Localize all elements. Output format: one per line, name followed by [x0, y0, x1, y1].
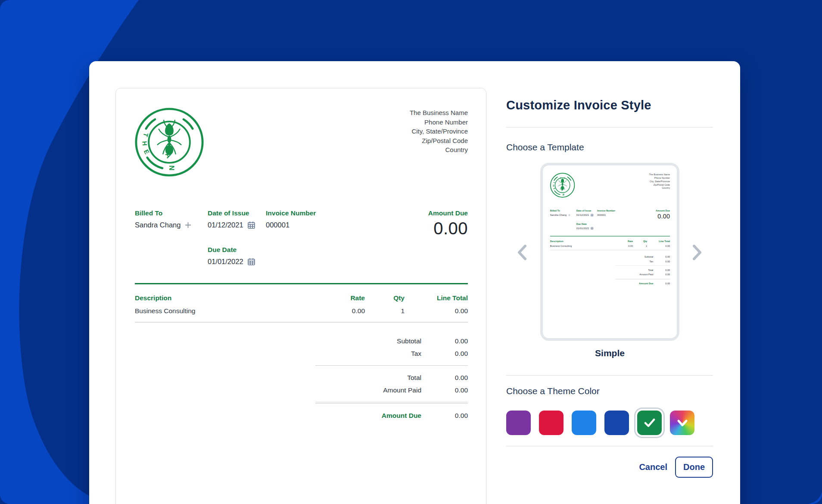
chevron-left-icon[interactable]: [516, 243, 529, 261]
billed-to-value[interactable]: Sandra Chang: [550, 214, 567, 217]
choose-template-heading: Choose a Template: [506, 142, 584, 152]
tax-row: Tax 0.00: [315, 347, 468, 360]
due-date-value[interactable]: 01/01/2022: [208, 258, 243, 266]
header-description: Description: [550, 240, 617, 243]
business-zip: Zip/Postal Code: [410, 136, 468, 146]
invoice-number-label: Invoice Number: [597, 209, 615, 212]
invoice-sheet: A N T A G E N C Y T H E: [543, 166, 677, 336]
done-button[interactable]: Done: [675, 457, 713, 478]
subtotal-label: Subtotal: [315, 335, 421, 347]
invoice-number-field: Invoice Number 000001: [597, 209, 615, 217]
amount-due-total-value: 0.00: [421, 409, 468, 422]
total-value: 0.00: [653, 268, 670, 272]
amount-paid-label: Amount Paid: [615, 272, 654, 277]
invoice-number-value[interactable]: 000001: [597, 214, 606, 217]
calendar-icon[interactable]: [247, 258, 255, 266]
header-description: Description: [135, 294, 322, 302]
amount-paid-label: Amount Paid: [315, 384, 421, 396]
invoice-number-label: Invoice Number: [266, 209, 316, 217]
business-city: City, State/Province: [649, 180, 670, 183]
subtotal-value: 0.00: [653, 255, 670, 259]
template-name: Simple: [540, 348, 679, 358]
calendar-icon[interactable]: [247, 221, 255, 229]
business-name: The Business Name: [649, 173, 670, 177]
logo-text-ant: A N T: [164, 151, 176, 178]
divider: [506, 446, 713, 446]
business-country: Country: [410, 145, 468, 155]
panel-title: Customize Invoice Style: [506, 98, 651, 112]
totals-block: Subtotal 0.00 Tax 0.00 Total 0.00 Amount…: [615, 255, 670, 286]
row-description: Business Consulting: [135, 307, 322, 315]
business-info: The Business Name Phone Number City, Sta…: [410, 108, 468, 155]
calendar-icon[interactable]: [591, 227, 594, 230]
row-qty: 1: [365, 307, 405, 315]
business-zip: Zip/Postal Code: [649, 183, 670, 187]
customize-panel: Customize Invoice Style Choose a Templat…: [506, 61, 713, 504]
row-description: Business Consulting: [550, 245, 617, 247]
business-city: City, State/Province: [410, 127, 468, 136]
swatch-red[interactable]: [539, 411, 564, 435]
row-qty: 1: [633, 245, 647, 247]
billed-to-value[interactable]: Sandra Chang: [135, 221, 181, 229]
theme-color-swatches: [506, 411, 694, 435]
due-date-field: Due Date 01/01/2022: [208, 246, 255, 266]
amount-due-row: Amount Due 0.00: [615, 281, 670, 286]
invoice-number-value[interactable]: 000001: [266, 221, 290, 229]
header-line-total: Line Total: [647, 240, 670, 243]
ant-agency-logo-icon: A N T A G E N C Y T H E: [550, 172, 576, 198]
amount-due-total-value: 0.00: [653, 281, 670, 286]
calendar-icon[interactable]: [591, 214, 594, 217]
amount-paid-value: 0.00: [653, 272, 670, 277]
totals-double-divider: [315, 402, 468, 404]
business-country: Country: [649, 187, 670, 190]
header-qty: Qty: [633, 240, 647, 243]
amount-due-value: 0.00: [656, 213, 670, 220]
plus-icon[interactable]: [184, 221, 192, 229]
date-of-issue-label: Date of Issue: [576, 209, 594, 212]
date-of-issue-field: Date of Issue 01/12/2021: [208, 209, 255, 229]
row-rate: 0.00: [322, 307, 365, 315]
due-date-label: Due Date: [576, 223, 594, 225]
date-of-issue-field: Date of Issue 01/12/2021: [576, 209, 594, 217]
cancel-button[interactable]: Cancel: [639, 462, 667, 472]
totals-divider: [315, 365, 468, 366]
amount-due-value: 0.00: [428, 219, 468, 238]
tax-label: Tax: [315, 347, 421, 360]
template-thumbnail-simple[interactable]: A N T A G E N C Y T H E: [540, 163, 679, 341]
total-row: Total 0.00: [615, 268, 670, 272]
choose-theme-color-heading: Choose a Theme Color: [506, 386, 600, 396]
table-row[interactable]: Business Consulting 0.00 1 0.00: [135, 302, 468, 323]
divider: [506, 375, 713, 376]
tax-value: 0.00: [421, 347, 468, 360]
date-of-issue-value[interactable]: 01/12/2021: [576, 214, 589, 217]
check-icon: [644, 418, 655, 428]
logo-text-ant: A N T: [560, 189, 564, 198]
line-items-table: Description Rate Qty Line Total Business…: [550, 236, 670, 250]
due-date-value[interactable]: 01/01/2022: [576, 227, 589, 230]
plus-icon[interactable]: [568, 214, 570, 216]
swatch-custom-color[interactable]: [670, 411, 694, 435]
amount-due-total-label: Amount Due: [615, 281, 654, 286]
subtotal-row: Subtotal 0.00: [615, 255, 670, 259]
amount-due-row: Amount Due 0.00: [315, 409, 468, 422]
business-info: The Business Name Phone Number City, Sta…: [649, 173, 670, 190]
swatch-blue[interactable]: [572, 411, 596, 435]
chevron-right-icon[interactable]: [691, 243, 704, 261]
amount-paid-value: 0.00: [421, 384, 468, 396]
swatch-green-selected[interactable]: [637, 411, 662, 435]
table-row[interactable]: Business Consulting 0.00 1 0.00: [550, 243, 670, 250]
business-phone: Phone Number: [649, 176, 670, 180]
swatch-dark-blue[interactable]: [604, 411, 629, 435]
total-value: 0.00: [421, 371, 468, 384]
swatch-purple[interactable]: [506, 411, 531, 435]
modal-card: A N T A G E N C Y T H E: [89, 61, 740, 504]
table-header-row: Description Rate Qty Line Total: [135, 284, 468, 302]
row-line-total: 0.00: [647, 245, 670, 247]
subtotal-value: 0.00: [421, 335, 468, 347]
billed-to-label: Billed To: [550, 209, 571, 212]
line-items-table: Description Rate Qty Line Total Business…: [135, 283, 468, 323]
amount-paid-row: Amount Paid 0.00: [615, 272, 670, 277]
total-label: Total: [315, 371, 421, 384]
date-of-issue-value[interactable]: 01/12/2021: [208, 221, 243, 229]
billed-to-field: Billed To Sandra Chang: [135, 209, 192, 229]
